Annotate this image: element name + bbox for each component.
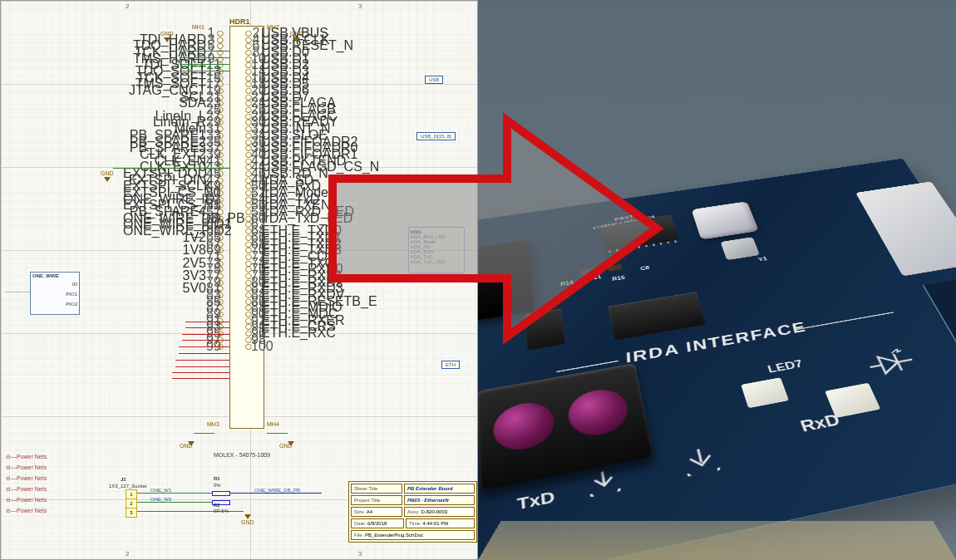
mh2-label: MH2 [267,24,279,30]
tb-sheet-title: PB Extender Board [404,484,475,494]
wire-net [113,168,229,169]
wire-net [230,493,322,494]
pin-row[interactable]: 99○○100 [123,343,372,350]
wire-net [137,493,212,494]
ir-led-lens [566,386,632,440]
header-partnumber: MOLEX - 54075-1009 [214,452,270,458]
netport-eth[interactable]: ETH [441,361,460,369]
wire-net [180,64,229,65]
schematic-view[interactable]: 2 3 HDR1 1○○2USB.VBUSTDI_HARD3○○4USB.IFC… [0,0,478,560]
wire-power [182,340,229,341]
power-net-item[interactable]: Power Nets [6,451,47,462]
wire-net [194,433,214,434]
r1-val: 0% [214,483,221,488]
ruler-top-3: 3 [358,2,362,10]
netport-usbd[interactable]: USB_D[15..8] [416,132,456,140]
ir-led-lens [492,399,556,455]
power-net-item[interactable]: Power Nets [6,462,47,473]
j1-desc: 1X3_127_Socket [109,484,147,489]
tb-assy-lbl: Assy: [407,509,420,514]
wire-net [180,71,229,71]
tb-time-lbl: Time: [409,521,421,526]
pcb-3d-view[interactable]: IRDA INTERFACE TxD RxD LED7 [478,0,956,560]
power-net-item[interactable]: Power Nets [6,505,47,516]
tb-assy: D-820-0003 [421,509,447,514]
wire-net [180,51,229,52]
one-wire-sig-pio2: PIO2 [31,299,79,309]
tb-project-title-lbl: Project Title [351,495,402,505]
j1-net-out: ONE_WIRE_DB_PB [254,488,300,493]
power-net-item[interactable]: Power Nets [6,473,47,484]
one-wire-harness[interactable]: ONE_WIRE ID PIO1 PIO2 [30,272,80,315]
one-wire-title: ONE_WIRE [31,273,79,279]
j1-net1: ONE_W1 [150,488,171,493]
pins-container: 1○○2USB.VBUSTDI_HARD3○○4USB.IFCLKTDO_HAR… [123,30,372,349]
j1-connector[interactable]: 1 2 3 [126,489,137,518]
gnd-arrow-icon [244,514,251,519]
pin-left-net: 5V0 [123,281,206,296]
gnd-top-left: GND [160,31,174,37]
tb-project-title: PB03 - Ethernet/Ir [404,495,475,505]
mh1-label: MH1 [192,24,205,30]
wire-power [172,378,229,379]
gnd-bottom-r: GND [241,519,254,525]
wire-power [179,353,229,354]
pin-number: 100 [251,339,261,354]
power-net-item[interactable]: Power Nets [6,484,47,494]
j1-pin: 3 [126,508,136,518]
pin-marker-icon: ○ [244,339,251,354]
j1-net2: ONE_W2 [150,497,171,502]
wire-power [175,366,229,367]
gnd-arrow-icon [293,37,300,42]
wire-power [175,360,229,361]
ruler-bot-2: 2 [126,550,129,558]
wire-net [267,433,288,434]
mh3-label: MH3 [207,421,219,427]
gnd-arrow-icon [188,441,195,446]
j1-ref: J1 [121,477,126,482]
j1-pin: 2 [126,499,136,508]
wire-power [182,334,229,335]
pcb-board[interactable]: IRDA INTERFACE TxD RxD LED7 [478,158,956,560]
power-nets-list: Power Nets Power Nets Power Nets Power N… [6,451,47,516]
mh4-label: MH4 [267,421,279,427]
tb-sheet-title-lbl: Sheet Title [351,484,402,494]
power-net-item[interactable]: Power Nets [6,494,47,505]
j1-pin: 1 [126,490,136,499]
ruler-top-2: 2 [126,2,129,10]
one-wire-sig-id: ID [31,279,79,289]
one-wire-sig-pio1: PIO1 [31,289,79,299]
smd-part-3d [524,309,565,351]
irda-sig: IrDA_TxD_LED [411,259,462,264]
wire-power [172,372,229,373]
header-refdes: HDR1 [229,17,250,26]
wire-power [185,322,229,322]
gnd-arrow-icon [288,441,294,446]
tb-file-lbl: File: [354,533,363,538]
gnd-arrow-icon [164,37,170,42]
tb-time: 4:44:01 PM [422,521,448,526]
tb-file: PB_ExtenderPlug.SchDoc [365,533,423,538]
ruler-bot-3: 3 [358,550,362,558]
resistor-symbol[interactable] [212,491,230,496]
r2-val: 0R 5% [214,508,229,513]
wire-net [180,57,229,58]
wire-power [185,327,229,328]
tb-date: 6/8/2018 [367,521,387,526]
gnd-arrow-icon [104,177,111,182]
title-block: Sheet Title PB Extender Board Project Ti… [348,481,477,543]
wire-net [137,502,212,503]
irda-harness[interactable]: IrDA IrDA_RxD_LED IrDA_Mode IrDA_SD IrDA… [408,227,465,273]
gnd-top-right: GND [290,31,303,37]
tb-size: A4 [367,509,372,514]
netport-usb[interactable]: USB [425,76,443,84]
tb-size-lbl: Size: [354,509,365,514]
gnd-mid-left: GND [101,170,114,176]
tb-date-lbl: Date: [354,521,366,526]
table-surface [478,521,956,560]
split-container: 2 3 HDR1 1○○2USB.VBUSTDI_HARD3○○4USB.IFC… [0,0,956,560]
pin-right-net: ETH.E_RXC [261,326,344,341]
wire-power [179,346,229,347]
resistor-symbol[interactable] [212,500,230,505]
bus-wire [5,292,30,292]
